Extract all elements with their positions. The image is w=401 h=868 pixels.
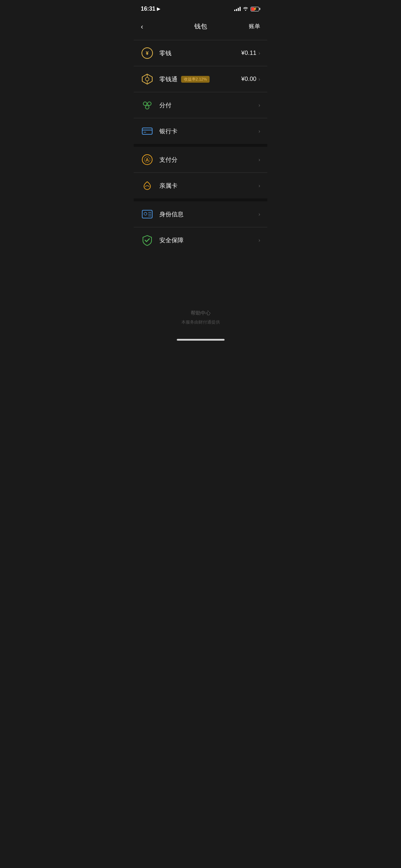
svg-point-8 bbox=[145, 105, 149, 109]
section-3: 身份信息 › 安全保障 › bbox=[134, 201, 267, 253]
lingqian-label: 零钱 bbox=[159, 49, 171, 57]
qinshu-label: 亲属卡 bbox=[159, 182, 178, 190]
page-title: 钱包 bbox=[194, 22, 207, 31]
footer: 帮助中心 本服务由财付通提供 bbox=[134, 296, 267, 336]
list-item-lingqiantong[interactable]: 零钱通 收益率2.12% ¥0.00 › bbox=[134, 66, 267, 92]
fenfu-content: 分付 bbox=[159, 101, 258, 109]
shenfen-content: 身份信息 bbox=[159, 210, 258, 218]
fenfu-label: 分付 bbox=[159, 101, 171, 109]
location-icon: ▶ bbox=[157, 6, 160, 11]
yinhangka-chevron: › bbox=[258, 128, 260, 134]
lingqiantong-icon bbox=[141, 73, 154, 86]
section-divider-2 bbox=[134, 198, 267, 201]
time-display: 16:31 bbox=[141, 6, 155, 12]
svg-rect-9 bbox=[142, 128, 152, 134]
back-button[interactable]: ‹ bbox=[141, 19, 156, 34]
zhifufen-content: 支付分 bbox=[159, 156, 258, 164]
list-item-lingqian[interactable]: ¥ 零钱 ¥0.11 › bbox=[134, 40, 267, 66]
list-item-qinshu[interactable]: 亲属卡 › bbox=[134, 173, 267, 198]
home-indicator bbox=[134, 336, 267, 343]
signal-icon bbox=[234, 7, 241, 11]
bill-button[interactable]: 账单 bbox=[249, 23, 260, 30]
yinhangka-content: 银行卡 bbox=[159, 127, 258, 135]
fenfu-chevron: › bbox=[258, 102, 260, 108]
back-icon: ‹ bbox=[141, 22, 143, 31]
lingqiantong-content: 零钱通 收益率2.12% bbox=[159, 75, 241, 83]
anquan-content: 安全保障 bbox=[159, 236, 258, 244]
shenfen-chevron: › bbox=[258, 211, 260, 217]
nav-header: ‹ 钱包 账单 bbox=[134, 16, 267, 40]
section-2: A 支付分 › 亲属卡 › bbox=[134, 147, 267, 198]
lingqiantong-label: 零钱通 bbox=[159, 75, 178, 83]
anquan-label: 安全保障 bbox=[159, 236, 184, 244]
status-time: 16:31 ▶ bbox=[141, 6, 160, 12]
zhifufen-chevron: › bbox=[258, 157, 260, 162]
section-divider-1 bbox=[134, 144, 267, 147]
lingqian-content: 零钱 bbox=[159, 49, 241, 57]
svg-point-16 bbox=[144, 212, 147, 215]
lingqian-value: ¥0.11 bbox=[241, 50, 257, 57]
anquan-chevron: › bbox=[258, 237, 260, 243]
home-bar bbox=[177, 339, 225, 341]
yinhangka-icon bbox=[141, 125, 154, 138]
section-1: ¥ 零钱 ¥0.11 › 零钱通 收益率2.12% ¥0.00 › bbox=[134, 40, 267, 144]
yinhangka-label: 银行卡 bbox=[159, 127, 178, 135]
list-item-shenfen[interactable]: 身份信息 › bbox=[134, 201, 267, 227]
fenfu-icon bbox=[141, 99, 154, 112]
anquan-icon bbox=[141, 234, 154, 247]
svg-point-6 bbox=[143, 102, 147, 105]
lingqiantong-badge: 收益率2.12% bbox=[181, 76, 210, 83]
battery-icon: ⚡ bbox=[251, 7, 260, 11]
status-icons: ⚡ bbox=[234, 6, 260, 12]
svg-point-7 bbox=[148, 102, 151, 105]
zhifufen-icon: A bbox=[141, 153, 154, 166]
qinshu-icon bbox=[141, 179, 154, 192]
lingqiantong-chevron: › bbox=[258, 76, 260, 82]
list-item-yinhangka[interactable]: 银行卡 › bbox=[134, 118, 267, 144]
shenfen-icon bbox=[141, 208, 154, 221]
svg-text:A: A bbox=[145, 157, 149, 162]
list-item-zhifufen[interactable]: A 支付分 › bbox=[134, 147, 267, 172]
spacer bbox=[134, 253, 267, 296]
status-bar: 16:31 ▶ ⚡ bbox=[134, 0, 267, 16]
provider-text: 本服务由财付通提供 bbox=[141, 319, 260, 325]
lingqian-chevron: › bbox=[258, 50, 260, 56]
qinshu-content: 亲属卡 bbox=[159, 182, 258, 190]
svg-point-3 bbox=[145, 77, 149, 81]
zhifufen-label: 支付分 bbox=[159, 156, 178, 164]
wifi-icon bbox=[243, 6, 248, 12]
list-item-fenfu[interactable]: 分付 › bbox=[134, 92, 267, 118]
list-item-anquan[interactable]: 安全保障 › bbox=[134, 227, 267, 253]
help-center-link[interactable]: 帮助中心 bbox=[141, 310, 260, 316]
svg-text:¥: ¥ bbox=[146, 50, 149, 56]
lingqiantong-value: ¥0.00 bbox=[241, 76, 257, 83]
qinshu-chevron: › bbox=[258, 183, 260, 188]
lingqian-icon: ¥ bbox=[141, 47, 154, 60]
shenfen-label: 身份信息 bbox=[159, 210, 184, 218]
